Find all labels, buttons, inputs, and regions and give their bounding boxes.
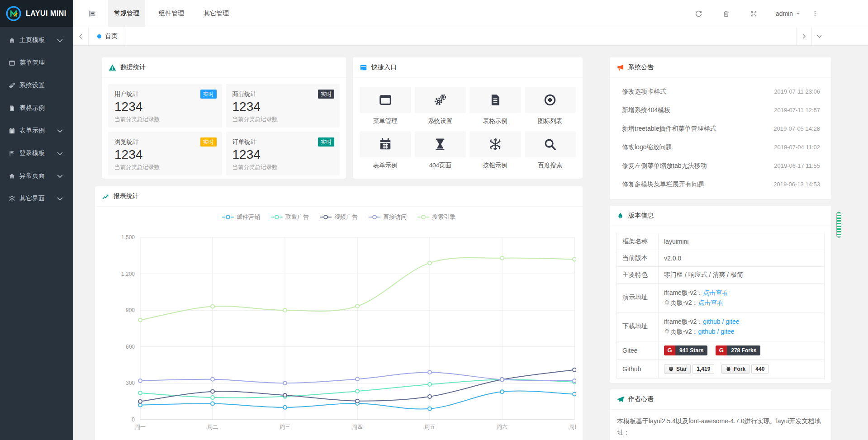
announcement-row[interactable]: 修复左侧菜单缩放tab无法移动 2019-06-17 11:55	[622, 156, 820, 175]
app-title: LAYUI MINI	[26, 9, 66, 18]
data-point[interactable]	[573, 393, 576, 396]
demo-iframe-link[interactable]: 点击查看	[703, 289, 728, 296]
sidebar-item-other-ui[interactable]: 其它界面	[0, 187, 73, 210]
announcement-row[interactable]: 新增treetable插件和菜单管理样式 2019-07-05 14:28	[622, 119, 820, 138]
legend-item[interactable]: 联盟广告	[271, 213, 309, 221]
legend-label: 视频广告	[334, 213, 358, 221]
data-point[interactable]	[428, 407, 432, 411]
announcement-row[interactable]: 修复多模块菜单栏展开有问题 2019-06-13 14:53	[622, 175, 820, 194]
tabs-scroll-left-button[interactable]	[73, 27, 89, 45]
data-point[interactable]	[211, 378, 214, 381]
stat-box-orders[interactable]: 订单统计 1234 当前分类总记录数 实时	[226, 132, 340, 175]
sidebar-item-table-demo[interactable]: 表格示例	[0, 97, 73, 119]
github-star-count[interactable]: 1,419	[693, 364, 714, 374]
sidebar-collapse-icon[interactable]	[88, 9, 96, 18]
data-point[interactable]	[428, 383, 432, 386]
download-gitee-link[interactable]: gitee	[721, 328, 734, 335]
line-chart-icon	[102, 193, 109, 200]
legend-item[interactable]: 直接访问	[369, 213, 407, 221]
data-point[interactable]	[211, 396, 214, 399]
data-point[interactable]	[283, 308, 287, 312]
legend-item[interactable]: 邮件营销	[222, 213, 260, 221]
data-point[interactable]	[428, 370, 432, 374]
download-line2-prefix: 单页版-v2：	[664, 328, 698, 335]
data-point[interactable]	[283, 381, 287, 385]
demo-spa-link[interactable]: 点击查看	[698, 299, 723, 306]
download-github-link[interactable]: github	[703, 318, 720, 325]
vertical-scrollbar-thumb[interactable]	[836, 212, 841, 238]
shortcut-404-page[interactable]: 404页面	[415, 131, 466, 170]
data-point[interactable]	[211, 402, 214, 406]
data-point[interactable]	[500, 256, 504, 260]
announcement-row[interactable]: 新增系统404模板 2019-07-11 12:57	[622, 101, 820, 119]
stat-value: 1234	[114, 99, 216, 114]
refresh-icon[interactable]	[695, 10, 702, 18]
data-point[interactable]	[573, 257, 576, 261]
shortcut-form-demo[interactable]: 表单示例	[360, 131, 411, 170]
data-point[interactable]	[428, 395, 432, 398]
data-point[interactable]	[356, 389, 359, 393]
sidebar-item-system-settings[interactable]: 系统设置	[0, 74, 73, 97]
legend-item[interactable]: 搜索引擎	[417, 213, 455, 221]
shortcut-system-settings[interactable]: 系统设置	[415, 87, 466, 125]
gitee-forks-badge[interactable]: G278 Forks	[716, 345, 760, 355]
tabs-dropdown-button[interactable]	[811, 27, 827, 45]
data-point[interactable]	[138, 318, 142, 322]
app-logo[interactable]: LAYUI MINI	[0, 0, 73, 27]
header-tab-other[interactable]: 其它管理	[198, 0, 235, 27]
tab-home[interactable]: 首页	[89, 27, 126, 45]
data-point[interactable]	[211, 390, 214, 393]
data-point[interactable]	[428, 261, 432, 265]
data-point[interactable]	[573, 368, 576, 372]
sidebar-item-login-templates[interactable]: 登录模板	[0, 142, 73, 165]
data-point[interactable]	[573, 379, 576, 383]
data-point[interactable]	[138, 400, 142, 403]
sidebar-item-error-pages[interactable]: 异常页面	[0, 165, 73, 187]
data-point[interactable]	[500, 390, 504, 393]
data-point[interactable]	[283, 406, 287, 409]
sidebar-item-form-demo[interactable]: 表单示例	[0, 119, 73, 142]
legend-item[interactable]: 视频广告	[320, 213, 358, 221]
data-point[interactable]	[138, 403, 142, 407]
data-point[interactable]	[356, 399, 359, 403]
x-tick-label: 周六	[497, 424, 508, 430]
shortcut-baidu-search[interactable]: 百度搜索	[525, 131, 576, 170]
data-point[interactable]	[138, 379, 142, 383]
announcement-row[interactable]: 修改logo缩放问题 2019-07-04 11:02	[622, 138, 820, 156]
stat-box-products[interactable]: 商品统计 1234 当前分类总记录数 实时	[226, 84, 340, 128]
shortcut-button-demo[interactable]: 按钮示例	[470, 131, 521, 170]
data-point[interactable]	[500, 378, 504, 381]
more-options-icon[interactable]	[811, 10, 819, 17]
tabs-scroll-right-button[interactable]	[796, 27, 811, 45]
x-tick-label: 周二	[207, 424, 218, 430]
header-tab-components[interactable]: 组件管理	[153, 0, 190, 27]
legend-marker-icon	[320, 214, 332, 220]
data-point[interactable]	[211, 305, 214, 308]
user-dropdown[interactable]: admin	[776, 10, 801, 17]
shortcut-menu-management[interactable]: 菜单管理	[360, 87, 411, 125]
data-point[interactable]	[356, 304, 359, 308]
sidebar-item-menu-management[interactable]: 菜单管理	[0, 52, 73, 74]
chevron-down-icon	[57, 195, 63, 202]
download-github-link[interactable]: github	[698, 328, 715, 335]
github-star-button[interactable]: Star	[664, 364, 691, 374]
announcement-row[interactable]: 修改选项卡样式 2019-07-11 23:06	[622, 82, 820, 101]
gears-icon	[433, 93, 447, 107]
gitee-stars-badge[interactable]: G941 Stars	[664, 345, 707, 355]
github-fork-count[interactable]: 440	[751, 364, 768, 374]
shortcut-table-demo[interactable]: 表格示例	[470, 87, 521, 125]
shortcut-icon-list[interactable]: 图标列表	[525, 87, 576, 125]
data-point[interactable]	[356, 377, 359, 381]
stat-box-users[interactable]: 用户统计 1234 当前分类总记录数 实时	[108, 84, 222, 128]
data-point[interactable]	[138, 391, 142, 395]
stats-grid: 用户统计 1234 当前分类总记录数 实时 商品统计 1234 当前分类总记录数…	[102, 78, 346, 181]
clear-cache-trash-icon[interactable]	[722, 10, 730, 18]
data-point[interactable]	[283, 393, 287, 397]
github-fork-button[interactable]: Fork	[721, 364, 749, 374]
stat-box-views[interactable]: 浏览统计 1234 当前分类总记录数 实时	[108, 132, 222, 175]
flag-icon	[9, 150, 15, 157]
fullscreen-icon[interactable]	[750, 10, 758, 18]
sidebar-item-home-templates[interactable]: 主页模板	[0, 29, 73, 52]
download-gitee-link[interactable]: gitee	[726, 318, 739, 325]
header-tab-general[interactable]: 常规管理	[108, 0, 145, 27]
